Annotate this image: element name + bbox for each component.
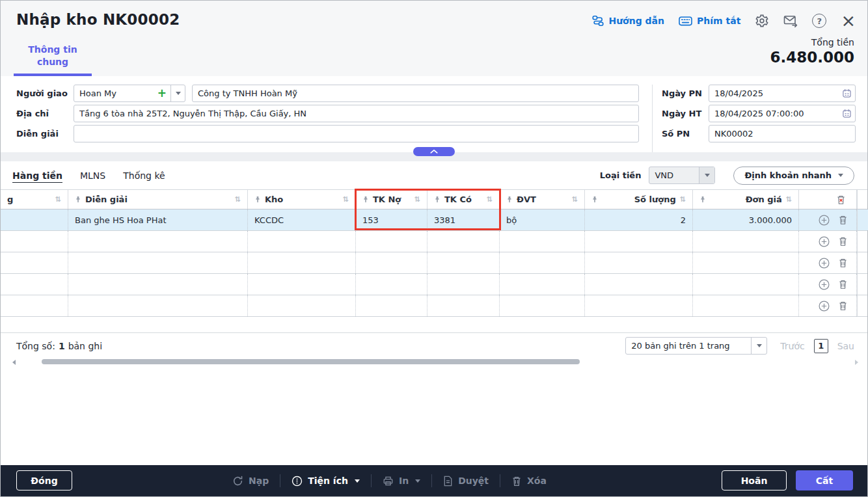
sort-icon[interactable]: ⇅ (680, 195, 686, 204)
sort-icon[interactable]: ⇅ (343, 195, 349, 204)
cell-item[interactable] (1, 209, 68, 230)
add-row-icon[interactable] (819, 301, 830, 312)
column-header-quantity[interactable]: Số lượng ⇅ (585, 190, 693, 209)
column-header-item[interactable]: g ⇅ (1, 190, 68, 209)
delete-row-icon[interactable] (838, 279, 848, 289)
collapse-header-button[interactable] (413, 147, 455, 156)
scroll-left-arrow-icon[interactable] (12, 360, 16, 365)
print-button[interactable]: In (383, 476, 420, 487)
delete-row-icon[interactable] (838, 258, 848, 268)
description-input[interactable] (74, 125, 639, 142)
settings-gear-icon[interactable] (755, 14, 769, 28)
current-page-number[interactable]: 1 (814, 339, 828, 353)
sort-icon[interactable]: ⇅ (414, 195, 420, 204)
table-row-empty[interactable] (1, 231, 867, 252)
pin-icon[interactable] (699, 196, 706, 203)
action-bar: Đóng Nạp Tiện ích In Duyệt (1, 465, 867, 496)
date-pn-input[interactable] (709, 85, 856, 102)
reload-button[interactable]: Nạp (232, 476, 269, 487)
contact-value: Hoan My (74, 88, 154, 98)
pin-icon[interactable] (434, 196, 441, 203)
tab-general-info[interactable]: Thông tin chung (14, 43, 92, 76)
address-input[interactable] (74, 105, 639, 122)
table-row-empty[interactable] (1, 295, 867, 317)
cell-debit-account[interactable]: 153 (356, 209, 427, 230)
tab-hang-tien[interactable]: Hàng tiền (12, 170, 62, 181)
company-name-input[interactable] (192, 85, 639, 102)
sort-icon[interactable]: ⇅ (235, 195, 241, 204)
cell-description[interactable]: Ban ghe HS Hoa PHat (68, 209, 248, 230)
sort-icon[interactable]: ⇅ (786, 195, 792, 204)
contact-combobox[interactable]: Hoan My + (74, 85, 185, 102)
horizontal-scrollbar[interactable] (1, 358, 867, 366)
date-ht-label: Ngày HT (662, 109, 709, 118)
chevron-down-icon (355, 479, 360, 483)
cell-credit-account[interactable]: 3381 (427, 209, 500, 230)
quick-posting-button[interactable]: Định khoản nhanh (733, 167, 854, 185)
close-icon[interactable]: × (841, 14, 856, 28)
sort-icon[interactable]: ⇅ (487, 195, 493, 204)
table-row-empty[interactable] (1, 274, 867, 295)
cell-quantity[interactable]: 2 (585, 209, 693, 230)
form-right-column: Ngày PN Ngày HT (652, 85, 867, 152)
pin-icon[interactable] (591, 196, 598, 203)
scroll-right-arrow-icon[interactable] (855, 360, 858, 365)
help-icon[interactable]: ? (812, 14, 826, 28)
cell-unit-price[interactable]: 3.000.000 (693, 209, 799, 230)
cell-unit[interactable]: bộ (500, 209, 585, 230)
add-row-icon[interactable] (819, 279, 830, 290)
column-header-unit-price[interactable]: Đơn giá ⇅ (693, 190, 799, 209)
close-button[interactable]: Đóng (16, 470, 72, 490)
postpone-button[interactable]: Hoãn (722, 470, 787, 490)
delete-row-icon[interactable] (838, 301, 848, 311)
add-row-icon[interactable] (819, 258, 830, 269)
cell-warehouse[interactable]: KCCDC (248, 209, 356, 230)
pin-icon[interactable] (506, 196, 513, 203)
form-left-column: Người giao Hoan My + Địa chỉ Diễn giải (1, 85, 652, 152)
next-page-button[interactable]: Sau (837, 341, 854, 351)
add-row-icon[interactable] (819, 215, 830, 226)
tab-mlns[interactable]: MLNS (80, 170, 105, 181)
column-header-unit[interactable]: ĐVT ⇅ (500, 190, 585, 209)
delete-row-icon[interactable] (838, 215, 848, 225)
scrollbar-thumb[interactable] (42, 359, 580, 364)
send-mail-icon[interactable] (783, 14, 798, 27)
help-guide-label: Hướng dẫn (608, 16, 664, 26)
chevron-down-icon (838, 174, 843, 177)
row-actions (799, 274, 857, 295)
delete-row-icon[interactable] (838, 236, 848, 247)
approve-button[interactable]: Duyệt (443, 476, 489, 487)
column-header-credit-account[interactable]: TK Có ⇅ (427, 190, 500, 209)
add-contact-icon[interactable]: + (154, 88, 170, 99)
chevron-down-icon (705, 174, 710, 177)
prev-page-button[interactable]: Trước (780, 341, 804, 351)
delete-button[interactable]: Xóa (511, 476, 547, 487)
currency-label: Loại tiền (600, 170, 642, 180)
table-row-selected[interactable]: Ban ghe HS Hoa PHat KCCDC 153 3381 bộ 2 … (1, 209, 867, 231)
pin-icon[interactable] (362, 196, 369, 203)
table-row-empty[interactable] (1, 252, 867, 274)
inventory-receipt-window: Nhập kho NK00002 Hướng dẫn (0, 0, 868, 497)
save-button[interactable]: Cất (796, 470, 853, 490)
shortcuts-link[interactable]: Phím tắt (679, 16, 740, 26)
delete-all-rows-icon[interactable] (799, 190, 857, 209)
pin-icon[interactable] (75, 196, 81, 203)
date-ht-input[interactable] (709, 105, 856, 122)
sort-icon[interactable]: ⇅ (572, 195, 578, 204)
page-size-select[interactable]: 20 bản ghi trên 1 trang (625, 337, 767, 355)
currency-select[interactable]: VND (649, 167, 715, 184)
sort-icon[interactable]: ⇅ (55, 195, 61, 204)
help-guide-link[interactable]: Hướng dẫn (592, 15, 664, 27)
column-header-warehouse[interactable]: Kho ⇅ (248, 190, 356, 209)
utilities-button[interactable]: Tiện ích (292, 476, 360, 487)
column-header-description[interactable]: Diễn giải ⇅ (68, 190, 248, 209)
add-row-icon[interactable] (819, 236, 830, 247)
column-header-debit-account[interactable]: TK Nợ ⇅ (356, 190, 427, 209)
header: Nhập kho NK00002 Hướng dẫn (1, 1, 867, 76)
doc-no-input[interactable] (709, 125, 856, 142)
pin-icon[interactable] (254, 196, 261, 203)
contact-dropdown-toggle[interactable] (170, 85, 185, 101)
tab-thong-ke[interactable]: Thống kê (123, 170, 165, 181)
chevron-down-icon (176, 92, 181, 95)
chevron-up-icon (430, 149, 438, 154)
